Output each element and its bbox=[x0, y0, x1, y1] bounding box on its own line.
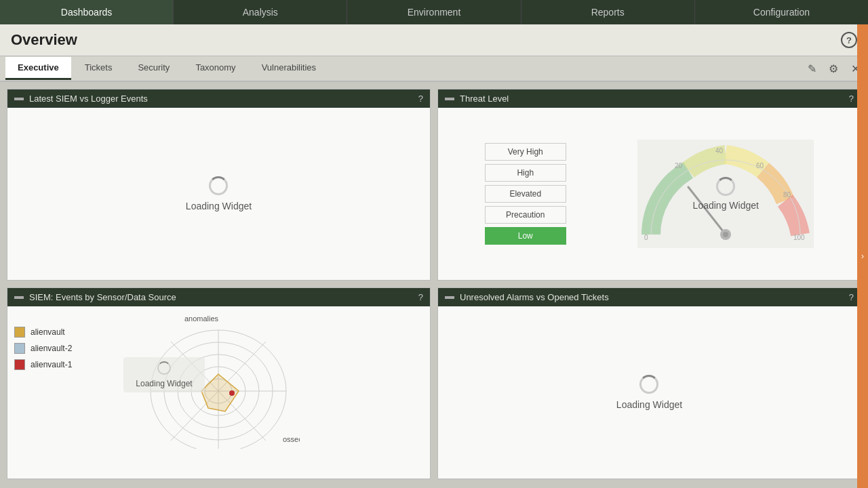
top-navigation: Dashboards Analysis Environment Reports … bbox=[0, 0, 868, 24]
widget-siem-events-title: Latest SIEM vs Logger Events bbox=[29, 94, 148, 104]
radar-chart-area: anomalies ossec bbox=[83, 313, 423, 451]
widget-siem-sensor-help[interactable]: ? bbox=[418, 292, 423, 302]
threat-legend: Very High High Elevated Precaution Low bbox=[485, 143, 566, 245]
page-title: Overview bbox=[11, 31, 77, 49]
threat-low[interactable]: Low bbox=[485, 227, 566, 245]
widget-unresolved-alarms-title: Unresolved Alarms vs Opened Tickets bbox=[460, 292, 609, 302]
loading-alarms-text: Loading Widget bbox=[616, 399, 682, 410]
legend-alienvault1-label: alienvault-1 bbox=[31, 360, 72, 369]
tab-executive[interactable]: Executive bbox=[5, 57, 71, 80]
threat-very-high[interactable]: Very High bbox=[485, 143, 566, 161]
nav-configuration[interactable]: Configuration bbox=[695, 0, 868, 24]
loading-siem-events: Loading Widget bbox=[186, 176, 252, 211]
nav-dashboards[interactable]: Dashboards bbox=[0, 0, 174, 24]
legend-alienvault-color bbox=[14, 327, 25, 338]
gauge-overlay: Loading Widget bbox=[637, 140, 814, 248]
legend-alienvault: alienvault bbox=[14, 327, 72, 338]
radar-content: alienvault alienvault-2 alienvault-1 bbox=[7, 306, 430, 479]
widget-threat-level-help[interactable]: ? bbox=[849, 94, 854, 104]
nav-reports[interactable]: Reports bbox=[521, 0, 695, 24]
tab-tickets[interactable]: Tickets bbox=[73, 57, 125, 80]
widget-unresolved-alarms: Unresolved Alarms vs Opened Tickets ? Lo… bbox=[437, 287, 861, 479]
legend-alienvault2-label: alienvault-2 bbox=[31, 344, 72, 353]
page-header: Overview ? bbox=[0, 24, 868, 56]
widget-siem-sensor-header: SIEM: Events by Sensor/Data Source ? bbox=[7, 288, 430, 306]
widget-threat-level-body: Very High High Elevated Precaution Low bbox=[438, 108, 861, 280]
widget-siem-sensor-body: alienvault alienvault-2 alienvault-1 bbox=[7, 306, 430, 479]
gauge-container: 0 20 40 60 80 100 bbox=[637, 140, 814, 248]
widget-siem-sensor: SIEM: Events by Sensor/Data Source ? ali… bbox=[7, 287, 431, 479]
widget-siem-sensor-title: SIEM: Events by Sensor/Data Source bbox=[29, 292, 176, 302]
widget-siem-events-body: Loading Widget bbox=[7, 108, 430, 280]
spinner-alarms bbox=[639, 375, 658, 394]
minimize-alarms-button[interactable] bbox=[445, 296, 454, 299]
right-panel-toggle[interactable]: › bbox=[857, 24, 868, 488]
widget-threat-level-title: Threat Level bbox=[460, 94, 509, 104]
svg-text:anomalies: anomalies bbox=[184, 314, 219, 323]
widget-siem-events: Latest SIEM vs Logger Events ? Loading W… bbox=[7, 89, 431, 281]
loading-siem-events-text: Loading Widget bbox=[186, 201, 252, 211]
spinner-siem-events bbox=[209, 176, 228, 195]
spinner-gauge bbox=[716, 177, 735, 196]
nav-environment[interactable]: Environment bbox=[347, 0, 521, 24]
nav-analysis[interactable]: Analysis bbox=[174, 0, 347, 24]
gauge-loading-text: Loading Widget bbox=[693, 200, 759, 211]
radar-svg: anomalies ossec bbox=[83, 313, 300, 449]
legend-alienvault1-color bbox=[14, 359, 25, 370]
svg-text:ossec: ossec bbox=[283, 435, 300, 443]
widget-threat-level-header-left: Threat Level bbox=[445, 94, 509, 104]
widget-threat-level-header: Threat Level ? bbox=[438, 89, 861, 108]
edit-icon[interactable]: ✎ bbox=[804, 61, 819, 76]
widget-threat-level: Threat Level ? Very High High Elevated P… bbox=[437, 89, 861, 281]
threat-precaution[interactable]: Precaution bbox=[485, 206, 566, 224]
tab-vulnerabilities[interactable]: Vulnerabilities bbox=[250, 57, 328, 80]
gauge-loading: Loading Widget bbox=[693, 177, 759, 211]
minimize-threat-button[interactable] bbox=[445, 98, 454, 100]
widget-unresolved-alarms-header-left: Unresolved Alarms vs Opened Tickets bbox=[445, 292, 609, 302]
widget-siem-sensor-header-left: SIEM: Events by Sensor/Data Source bbox=[14, 292, 176, 302]
widget-siem-events-help[interactable]: ? bbox=[418, 94, 423, 104]
loading-alarms: Loading Widget bbox=[616, 375, 682, 410]
widget-siem-events-header-left: Latest SIEM vs Logger Events bbox=[14, 94, 148, 104]
main-content: Latest SIEM vs Logger Events ? Loading W… bbox=[0, 82, 868, 486]
gear-icon[interactable]: ⚙ bbox=[826, 61, 841, 76]
widget-siem-events-header: Latest SIEM vs Logger Events ? bbox=[7, 89, 430, 108]
threat-content: Very High High Elevated Precaution Low bbox=[438, 129, 861, 259]
chevron-right-icon: › bbox=[861, 251, 864, 261]
legend-alienvault2-color bbox=[14, 343, 25, 354]
threat-high[interactable]: High bbox=[485, 164, 566, 182]
tab-actions: ✎ ⚙ ✕ bbox=[804, 61, 863, 76]
minimize-sensor-button[interactable] bbox=[14, 296, 24, 299]
svg-point-21 bbox=[229, 390, 235, 396]
widget-unresolved-alarms-header: Unresolved Alarms vs Opened Tickets ? bbox=[438, 288, 861, 306]
widget-unresolved-alarms-help[interactable]: ? bbox=[849, 292, 854, 302]
threat-elevated[interactable]: Elevated bbox=[485, 185, 566, 203]
minimize-button[interactable] bbox=[14, 98, 24, 100]
help-icon[interactable]: ? bbox=[841, 32, 857, 48]
legend-alienvault-label: alienvault bbox=[31, 327, 65, 337]
legend-alienvault1: alienvault-1 bbox=[14, 359, 72, 370]
tab-bar: Executive Tickets Security Taxonomy Vuln… bbox=[0, 56, 868, 82]
radar-legend: alienvault alienvault-2 alienvault-1 bbox=[14, 327, 72, 370]
widget-unresolved-alarms-body: Loading Widget bbox=[438, 306, 861, 479]
legend-alienvault2: alienvault-2 bbox=[14, 343, 72, 354]
tab-taxonomy[interactable]: Taxonomy bbox=[183, 57, 248, 80]
tab-security[interactable]: Security bbox=[125, 57, 182, 80]
